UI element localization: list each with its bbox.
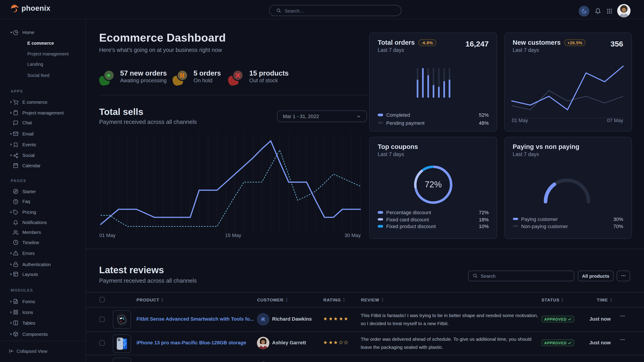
box-icon (13, 331, 18, 337)
shopping-cart-icon (13, 99, 18, 105)
sidebar-item-label: E commerce (22, 100, 48, 105)
product-link[interactable]: iPhone 13 pro max-Pacific Blue-128GB sto… (136, 340, 246, 345)
sidebar-item-members[interactable]: Members (0, 227, 86, 238)
date-range-select[interactable]: Mar 1 - 31, 2022 (277, 110, 367, 122)
theme-toggle-button[interactable] (578, 5, 589, 16)
date-range-value: Mar 1 - 31, 2022 (283, 114, 319, 119)
sidebar-item-faq[interactable]: Faq (0, 196, 86, 207)
product-link[interactable]: Fitbit Sense Advanced Smartwatch with To… (136, 316, 254, 322)
sidebar-item-label: Social (22, 153, 35, 158)
avatar-image (617, 4, 630, 17)
row-checkbox[interactable] (99, 317, 104, 322)
product-thumbnail[interactable] (113, 358, 131, 362)
columns-icon (13, 320, 18, 326)
sidebar-item-email[interactable]: Email (0, 128, 86, 139)
legend-value: 72% (479, 210, 489, 215)
apps-menu-button[interactable] (607, 8, 612, 14)
sidebar-item-social[interactable]: Social (0, 150, 86, 161)
total-sells-title: Total sells (99, 106, 144, 117)
notifications-button[interactable] (595, 8, 601, 16)
column-header-review[interactable]: REVIEW (361, 296, 383, 304)
message-square-icon (13, 120, 18, 125)
sidebar-item-authentication[interactable]: Authentication (0, 259, 86, 270)
sidebar-subitem-project-management[interactable]: Project management (27, 48, 69, 59)
sidebar-item-errors[interactable]: Errors (0, 248, 86, 259)
select-all-checkbox[interactable] (99, 297, 104, 302)
sidebar-item-label: Members (22, 230, 41, 235)
legend-value: 30% (613, 216, 623, 222)
sidebar-collapse-toggle[interactable]: Collapsed View (0, 346, 86, 357)
brand[interactable]: phoenix (11, 4, 50, 12)
reviews-search[interactable] (468, 270, 574, 281)
mail-icon (13, 131, 18, 136)
legend-swatch (513, 218, 518, 220)
top-navbar: phoenix (0, 0, 644, 19)
sidebar-subitem-e-commerce[interactable]: E commerce (27, 38, 54, 48)
stat-subtitle: Awating processing (120, 77, 167, 84)
column-header-rating[interactable]: RATING (323, 296, 345, 304)
sidebar-item-layouts[interactable]: Layouts (0, 269, 86, 280)
sidebar-item-icons[interactable]: Icons (0, 307, 86, 318)
compass-icon (13, 189, 18, 194)
caret-right-icon (9, 322, 14, 325)
sidebar-item-label: Pricing (22, 210, 36, 215)
legend-item: Fixed card discount 18% (378, 216, 489, 223)
avatar-photo (257, 337, 270, 349)
customer-name[interactable]: Ashley Garrett (272, 340, 306, 345)
sidebar-item-forms[interactable]: Forms (0, 296, 86, 307)
donut-center-label: 72% (370, 180, 497, 190)
sidebar-item-project-management[interactable]: Project management (0, 107, 86, 118)
sidebar-footer-divider (0, 341, 86, 341)
row-actions-button[interactable] (620, 339, 625, 340)
ellipsis-icon (621, 275, 626, 276)
sidebar-item-home[interactable]: Home (0, 27, 86, 38)
sidebar-item-calendar[interactable]: Calendar (0, 160, 86, 171)
column-header-product[interactable]: PRODUCT (136, 296, 163, 304)
sidebar-item-notifications[interactable]: Notifications (0, 217, 86, 228)
sidebar-item-tables[interactable]: Tables (0, 318, 86, 328)
customer-name[interactable]: Richard Dawkins (272, 316, 312, 322)
alert-triangle-icon (13, 250, 18, 256)
reviews-search-input[interactable] (481, 273, 561, 278)
column-header-time[interactable]: TIME (597, 296, 612, 304)
column-header-customer[interactable]: CUSTOMER (257, 296, 288, 304)
legend-item: Percentage discount 72% (378, 209, 489, 216)
clipboard-icon (13, 110, 18, 115)
product-thumbnail[interactable] (113, 310, 131, 329)
stat-subtitle: Out of stock (249, 77, 289, 84)
sidebar-item-label: Notifications (22, 220, 47, 225)
sidebar-item-timeline[interactable]: Timeline (0, 237, 86, 248)
x-axis-label: 01 May (99, 233, 116, 238)
caret-right-icon (9, 111, 14, 114)
sidebar-item-label: Components (22, 332, 48, 337)
sidebar-section-label-modules: MODULES (11, 288, 33, 293)
users-icon (13, 230, 18, 235)
product-thumbnail[interactable] (113, 335, 131, 353)
column-header-status[interactable]: STATUS (542, 296, 564, 304)
row-actions-button[interactable] (620, 315, 625, 317)
sidebar-item-chat[interactable]: Chat (0, 117, 86, 128)
table-border (86, 332, 644, 332)
search-icon (276, 8, 281, 13)
all-products-button[interactable]: All products (578, 270, 614, 281)
reviews-more-button[interactable] (617, 270, 630, 281)
sidebar-item-e-commerce[interactable]: E commerce (0, 97, 86, 107)
legend-label: Paying customer (521, 216, 558, 222)
sidebar-item-starter[interactable]: Starter (0, 186, 86, 197)
global-search-input[interactable] (285, 8, 388, 13)
legend-item: Pending payment 48% (378, 120, 489, 126)
sidebar-subitem-social-feed[interactable]: Social feed (27, 70, 50, 80)
new-customers-card: New customers+26.5%356Last 7 days01 May0… (504, 33, 632, 131)
legend-label: Fixed card discount (386, 217, 429, 222)
sidebar-item-components[interactable]: Components (0, 329, 86, 340)
apps-grid-icon (607, 8, 612, 14)
global-search[interactable] (269, 5, 402, 16)
sidebar-subitem-landing[interactable]: Landing (27, 59, 43, 69)
user-avatar[interactable] (617, 4, 630, 17)
sidebar-item-events[interactable]: Events (0, 139, 86, 150)
sidebar-item-pricing[interactable]: Pricing (0, 207, 86, 218)
row-checkbox[interactable] (99, 340, 104, 346)
rating-stars (323, 341, 348, 345)
legend-swatch (378, 218, 383, 221)
legend-value: 70% (613, 223, 623, 229)
